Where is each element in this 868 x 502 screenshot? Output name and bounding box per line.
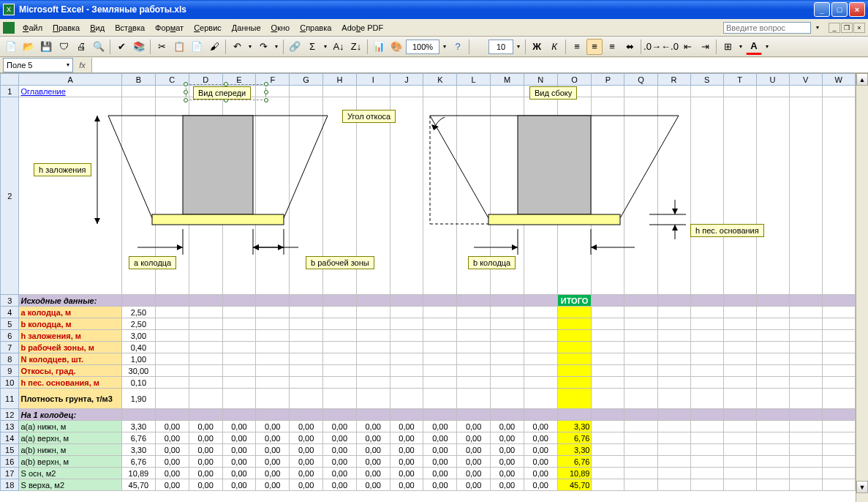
label-h-depth[interactable]: h заложения (34, 163, 91, 176)
row-header-2[interactable]: 2 (1, 97, 19, 295)
cell-M1[interactable] (491, 86, 524, 97)
cell-G12[interactable] (290, 409, 323, 421)
cell-S12[interactable] (690, 409, 723, 421)
cell-C16[interactable]: 0,00 (155, 456, 189, 468)
cell-A3[interactable]: Исходные данные: (19, 295, 121, 307)
cell-W12[interactable] (822, 409, 855, 421)
sort-desc-button[interactable]: Z↓ (348, 39, 364, 55)
bold-button[interactable]: Ж (529, 39, 545, 55)
cell-O6[interactable] (557, 330, 592, 342)
cell-A13[interactable]: a(a) нижн, м (19, 421, 121, 432)
align-left-button[interactable]: ≡ (569, 39, 585, 55)
cell-S11[interactable] (690, 389, 723, 409)
cell-P16[interactable] (592, 456, 624, 468)
borders-dropdown-icon[interactable]: ▾ (737, 43, 744, 50)
row-header-13[interactable]: 13 (1, 421, 19, 432)
cell-H8[interactable] (323, 353, 357, 365)
cell-J6[interactable] (390, 330, 423, 342)
cell-H16[interactable]: 0,00 (323, 456, 357, 468)
cell-U4[interactable] (756, 307, 789, 318)
cell-A1[interactable]: Оглавление (19, 86, 121, 97)
cell-V1[interactable] (789, 86, 822, 97)
cell-V3[interactable] (789, 295, 822, 307)
cell-M6[interactable] (491, 330, 524, 342)
cell-H17[interactable]: 0,00 (323, 468, 357, 479)
cell-U5[interactable] (756, 318, 789, 330)
row-header-18[interactable]: 18 (1, 479, 19, 491)
cell-J3[interactable] (390, 295, 423, 307)
cell-M12[interactable] (491, 409, 524, 421)
cell-R13[interactable] (657, 421, 690, 432)
cell-F10[interactable] (256, 377, 290, 389)
cell-E15[interactable]: 0,00 (222, 444, 256, 456)
cell-U1[interactable] (756, 86, 789, 97)
cell-H15[interactable]: 0,00 (323, 444, 357, 456)
cell-J13[interactable]: 0,00 (390, 421, 423, 432)
col-header-V[interactable]: V (789, 74, 822, 86)
cell-Q9[interactable] (624, 365, 657, 377)
maximize-button[interactable]: □ (831, 2, 848, 17)
cell-V12[interactable] (789, 409, 822, 421)
cell-O14[interactable]: 6,76 (557, 432, 592, 444)
cell-J11[interactable] (390, 389, 423, 409)
cell-J7[interactable] (390, 342, 423, 353)
row-header-15[interactable]: 15 (1, 444, 19, 456)
cell-T1[interactable] (723, 86, 756, 97)
cell-S10[interactable] (690, 377, 723, 389)
cell-Q5[interactable] (624, 318, 657, 330)
cell-J9[interactable] (390, 365, 423, 377)
cell-I13[interactable]: 0,00 (356, 421, 390, 432)
cell-L18[interactable]: 0,00 (457, 479, 491, 491)
cell-N3[interactable] (524, 295, 557, 307)
row-header-4[interactable]: 4 (1, 307, 19, 318)
cell-T16[interactable] (723, 456, 756, 468)
cell-K13[interactable]: 0,00 (423, 421, 457, 432)
cell-V16[interactable] (789, 456, 822, 468)
undo-dropdown-icon[interactable]: ▾ (246, 43, 254, 50)
cell-L12[interactable] (457, 409, 491, 421)
cell-V17[interactable] (789, 468, 822, 479)
cell-Q2[interactable] (624, 97, 657, 295)
cell-Q12[interactable] (624, 409, 657, 421)
cell-K16[interactable]: 0,00 (423, 456, 457, 468)
cell-D15[interactable]: 0,00 (189, 444, 222, 456)
cell-M13[interactable]: 0,00 (491, 421, 524, 432)
col-header-U[interactable]: U (756, 74, 789, 86)
cell-J16[interactable]: 0,00 (390, 456, 423, 468)
cell-D17[interactable]: 0,00 (189, 468, 222, 479)
cell-K12[interactable] (423, 409, 457, 421)
cell-K10[interactable] (423, 377, 457, 389)
cell-E16[interactable]: 0,00 (222, 456, 256, 468)
cell-G11[interactable] (290, 389, 323, 409)
cell-I5[interactable] (356, 318, 390, 330)
cell-W14[interactable] (822, 432, 855, 444)
cell-P17[interactable] (592, 468, 624, 479)
cell-V5[interactable] (789, 318, 822, 330)
cell-A10[interactable]: h пес. основания, м (19, 377, 121, 389)
cell-M18[interactable]: 0,00 (491, 479, 524, 491)
cell-N10[interactable] (524, 377, 557, 389)
cell-E11[interactable] (222, 389, 256, 409)
cell-R18[interactable] (657, 479, 690, 491)
merge-button[interactable]: ⬌ (622, 39, 638, 55)
cell-E7[interactable] (222, 342, 256, 353)
sort-asc-button[interactable]: A↓ (331, 39, 347, 55)
cell-I9[interactable] (356, 365, 390, 377)
zoom-combo[interactable] (406, 40, 439, 54)
cell-P2[interactable] (592, 97, 624, 295)
scroll-up-icon[interactable]: ▲ (856, 73, 868, 86)
cell-B3[interactable] (121, 295, 155, 307)
cell-P3[interactable] (592, 295, 624, 307)
cell-H7[interactable] (323, 342, 357, 353)
autosum-button[interactable]: Σ (304, 39, 320, 55)
cell-R15[interactable] (657, 444, 690, 456)
menu-data[interactable]: Данные (227, 21, 266, 34)
cell-P6[interactable] (592, 330, 624, 342)
cell-S3[interactable] (690, 295, 723, 307)
col-header-L[interactable]: L (457, 74, 491, 86)
cell-H5[interactable] (323, 318, 357, 330)
cell-V8[interactable] (789, 353, 822, 365)
cell-R6[interactable] (657, 330, 690, 342)
row-header-10[interactable]: 10 (1, 377, 19, 389)
cell-U10[interactable] (756, 377, 789, 389)
